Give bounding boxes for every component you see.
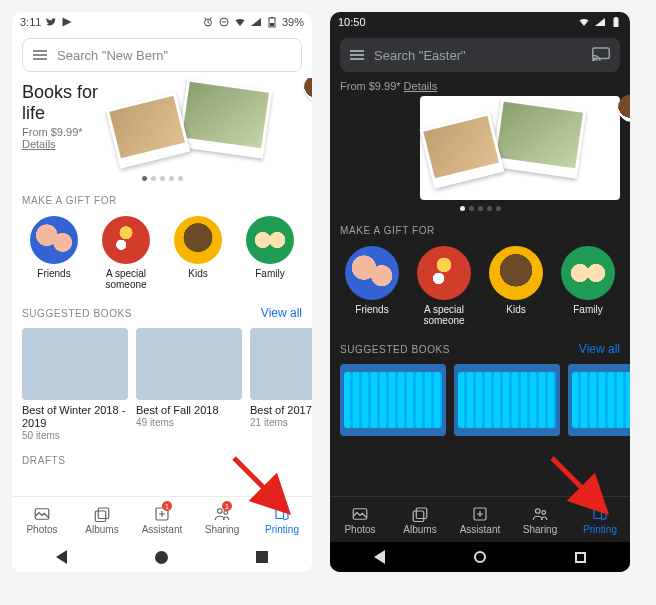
polaroid-photo [420, 112, 505, 189]
gift-kids[interactable]: Kids [166, 216, 230, 290]
svg-point-14 [593, 59, 595, 61]
phone-dark: 10:50 Search "Easter" From $9.99* Detail… [330, 12, 630, 572]
content-area: Books for life From $9.99* Details MAKE … [12, 78, 312, 496]
back-button[interactable] [56, 550, 67, 564]
menu-icon[interactable] [350, 50, 364, 60]
gift-friends[interactable]: Friends [340, 246, 404, 326]
gift-row: Friends A special someone Kids Family [22, 216, 302, 290]
polaroid-photo [492, 98, 587, 178]
book-thumb [454, 364, 560, 436]
albums-icon [411, 505, 429, 523]
book-card[interactable]: Best of Winter 2018 - 2019 50 items [22, 328, 128, 441]
home-button[interactable] [155, 551, 168, 564]
nav-printing[interactable]: Printing [570, 497, 630, 542]
svg-rect-11 [614, 18, 619, 27]
wifi-icon [578, 16, 590, 28]
assistant-badge: 1 [162, 501, 172, 511]
cast-icon[interactable] [592, 47, 610, 64]
system-nav [12, 542, 312, 572]
book-card[interactable]: Best of Fall 2018 49 items [136, 328, 242, 441]
book-thumb [340, 364, 446, 436]
gift-special[interactable]: A special someone [94, 216, 158, 290]
suggested-books[interactable]: Best of Winter 2018 - 2019 50 items Best… [22, 328, 302, 441]
menu-icon[interactable] [33, 50, 47, 60]
gift-friends[interactable]: Friends [22, 216, 86, 290]
battery-icon [266, 16, 278, 28]
hero-details-link[interactable]: Details [22, 138, 56, 150]
search-bar[interactable]: Search "Easter" [340, 38, 620, 72]
book-card[interactable] [454, 364, 560, 436]
signal-icon [250, 16, 262, 28]
alarm-icon [202, 16, 214, 28]
sharing-icon [531, 505, 549, 523]
book-title: Best of 2017 [250, 404, 312, 417]
recent-button[interactable] [575, 552, 586, 563]
book-card[interactable] [568, 364, 630, 436]
gift-family[interactable]: Family [556, 246, 620, 326]
phone-light: 3:11 39% Search "New Bern" Books for lif… [12, 12, 312, 572]
svg-point-20 [542, 510, 546, 514]
carousel-dots[interactable] [340, 206, 620, 211]
nav-photos[interactable]: Photos [12, 497, 72, 542]
suggested-books[interactable] [340, 364, 620, 436]
hero-details-link[interactable]: Details [404, 80, 438, 92]
special-icon [102, 216, 150, 264]
svg-rect-4 [270, 23, 274, 26]
kids-icon [174, 216, 222, 264]
nav-albums[interactable]: Albums [72, 497, 132, 542]
book-title: Best of Fall 2018 [136, 404, 242, 417]
nav-photos[interactable]: Photos [330, 497, 390, 542]
nav-assistant[interactable]: Assistant [450, 497, 510, 542]
carousel-dots[interactable] [22, 176, 302, 181]
view-all-link[interactable]: View all [579, 342, 620, 356]
twitter-icon [45, 16, 57, 28]
polaroid-photo [106, 92, 191, 169]
dnd-icon [218, 16, 230, 28]
family-icon [561, 246, 615, 300]
svg-rect-17 [413, 511, 424, 522]
coffee-mug-icon [304, 78, 312, 102]
gift-special[interactable]: A special someone [412, 246, 476, 326]
svg-rect-6 [98, 508, 109, 519]
gift-section-label: MAKE A GIFT FOR [340, 225, 620, 236]
nav-printing[interactable]: Printing [252, 497, 312, 542]
kids-icon [489, 246, 543, 300]
book-card[interactable] [340, 364, 446, 436]
book-card[interactable]: Best of 2017 21 items [250, 328, 312, 441]
status-bar: 10:50 [330, 12, 630, 32]
status-battery: 39% [282, 16, 304, 28]
gift-family[interactable]: Family [238, 216, 302, 290]
view-all-link[interactable]: View all [261, 306, 302, 320]
nav-sharing[interactable]: 1Sharing [192, 497, 252, 542]
svg-point-19 [536, 508, 541, 513]
status-time: 3:11 [20, 16, 41, 28]
back-button[interactable] [374, 550, 385, 564]
hero-image [420, 96, 620, 200]
albums-icon [93, 505, 111, 523]
svg-rect-16 [416, 508, 427, 519]
home-button[interactable] [474, 551, 486, 563]
gift-row: Friends A special someone Kids Family [340, 246, 620, 326]
wifi-icon [234, 16, 246, 28]
search-placeholder: Search "Easter" [374, 48, 466, 63]
recent-button[interactable] [256, 551, 268, 563]
content-area: From $9.99* Details MAKE A GIFT FOR Frie… [330, 78, 630, 496]
nav-sharing[interactable]: Sharing [510, 497, 570, 542]
suggested-label: SUGGESTED BOOKS [340, 344, 450, 355]
search-placeholder: Search "New Bern" [57, 48, 168, 63]
status-bar: 3:11 39% [12, 12, 312, 32]
book-count: 49 items [136, 417, 242, 428]
gift-kids[interactable]: Kids [484, 246, 548, 326]
nav-albums[interactable]: Albums [390, 497, 450, 542]
hero-price: From $9.99* Details [22, 126, 112, 150]
photos-icon [351, 505, 369, 523]
svg-point-9 [218, 508, 223, 513]
hero-image [112, 80, 302, 170]
search-bar[interactable]: Search "New Bern" [22, 38, 302, 72]
nav-assistant[interactable]: 1Assistant [132, 497, 192, 542]
printing-icon [273, 505, 291, 523]
book-thumb [250, 328, 312, 400]
status-time: 10:50 [338, 16, 366, 28]
book-count: 50 items [22, 430, 128, 441]
bottom-nav: Photos Albums 1Assistant 1Sharing Printi… [12, 496, 312, 542]
